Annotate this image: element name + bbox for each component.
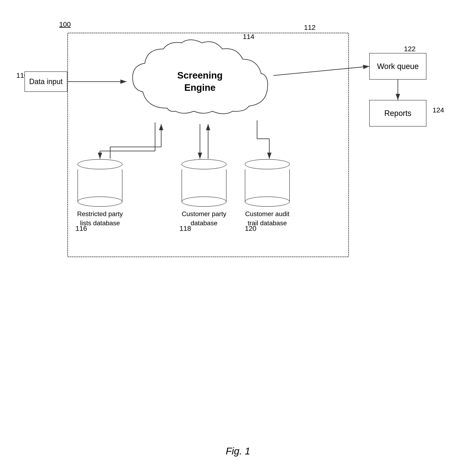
db-audit-trail: Customer audit trail database (243, 159, 292, 228)
db-customer-party: Customer party database (180, 159, 228, 228)
db-audit-top (245, 159, 290, 169)
db-restricted-top (78, 159, 122, 169)
reports-label: Reports (384, 109, 411, 118)
diagram-container: 100 112 114 Screening Engine 110 Data in… (12, 12, 461, 380)
ref-112: 112 (304, 23, 316, 32)
db-customer-body (182, 169, 226, 202)
db-restricted-party: Restricted party lists database (75, 159, 124, 228)
ref-124: 124 (433, 106, 444, 114)
db-audit-bottom (245, 197, 290, 207)
ref-120: 120 (245, 224, 256, 232)
figure-label: Fig. 1 (226, 445, 250, 457)
db-customer-top (182, 159, 226, 169)
db-audit-body (245, 169, 290, 202)
work-queue-box: Work queue (369, 53, 426, 80)
ref-122: 122 (404, 45, 416, 53)
data-input-label: Data input (29, 77, 63, 86)
db-restricted-bottom (78, 197, 122, 207)
ref-100: 100 (59, 20, 71, 28)
db-customer-bottom (182, 197, 226, 207)
db-restricted-body (78, 169, 122, 202)
ref-118: 118 (180, 224, 191, 232)
work-queue-label: Work queue (377, 62, 419, 71)
screening-engine-cloud: Screening Engine (126, 39, 273, 124)
ref-116: 116 (75, 224, 87, 232)
reports-box: Reports (369, 100, 426, 127)
data-input-box: Data input (24, 71, 67, 92)
